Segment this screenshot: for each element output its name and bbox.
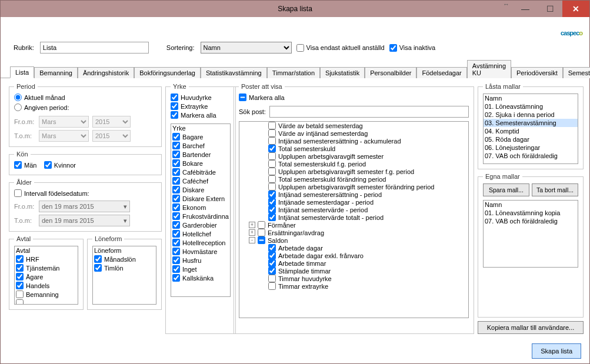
kon-man-checkbox[interactable]: Män [14, 161, 36, 169]
alder-to-date[interactable]: den 19 mars 2015▾ [39, 215, 130, 226]
tree-row[interactable]: Upplupen arbetsgivaravgift semester f.g.… [239, 168, 468, 175]
list-item[interactable]: Diskare [171, 185, 230, 194]
list-item[interactable]: Bokare [171, 159, 230, 168]
tree-row[interactable]: Total semesterskuld förändring period [239, 175, 468, 183]
expander-icon[interactable]: + [249, 229, 255, 236]
visa-aktuell-checkbox[interactable]: Visa endast aktuell anställd [296, 44, 385, 52]
period-to-month[interactable]: Mars [39, 130, 89, 142]
period-from-month[interactable]: Mars [39, 116, 89, 128]
tree-row[interactable]: Timmar extrayrke [239, 282, 468, 290]
tab-periodversikt[interactable]: Periodöversikt [511, 67, 563, 78]
list-item[interactable]: Caféchef [171, 176, 230, 185]
own-templates-listbox[interactable]: Namn 01. Löneavstämning kopia07. VAB och… [483, 200, 578, 268]
tab-statistikavstmning[interactable]: Statistikavstämning [201, 67, 267, 78]
list-item[interactable]: Kallskänka [171, 273, 230, 282]
minimize-button[interactable]: — [513, 1, 538, 17]
yrke-markera-checkbox[interactable]: Markera alla [171, 111, 216, 119]
list-item[interactable]: Husfru [171, 256, 230, 265]
list-item[interactable]: Inget [171, 265, 230, 273]
tree-row[interactable]: Intjänad semesterersättning - period [239, 191, 468, 198]
tree-row[interactable]: Intjänat semestervärde totalt - period [239, 213, 468, 221]
locked-templates-listbox[interactable]: Namn 01. Löneavstämning02. Sjuka i denna… [483, 93, 578, 164]
list-item[interactable]: HRF [15, 255, 78, 263]
tree-row[interactable]: Total semesterskuld f.g. period [239, 160, 468, 168]
alder-from-date[interactable]: den 19 mars 2015▾ [39, 201, 130, 212]
sok-post-input[interactable] [269, 106, 469, 118]
tab-sjukstatistik[interactable]: Sjukstatistik [320, 67, 365, 78]
skapa-lista-button[interactable]: Skapa lista [532, 343, 581, 359]
sortering-select[interactable]: Namn [201, 42, 292, 54]
period-aktuell-radio[interactable]: Aktuell månad [14, 93, 65, 101]
list-item[interactable]: Garderobier [171, 221, 230, 229]
list-item[interactable]: Ägare [15, 272, 78, 281]
alder-intervall-checkbox[interactable]: Intervall födelsedatum: [14, 189, 89, 197]
list-item[interactable]: 01. Löneavstämning [484, 102, 578, 111]
tree-row[interactable]: Upplupen arbetsgivaravgift semester [239, 152, 468, 160]
tree-row[interactable]: -Saldon [239, 236, 468, 244]
poster-tree[interactable]: Värde av betald semesterdagVärde av intj… [239, 121, 469, 318]
maximize-button[interactable]: ☐ [538, 1, 562, 17]
tab-fdelsedagar[interactable]: Födelsedagar [416, 67, 466, 78]
tree-row[interactable]: Intjänad semesterersättning - ackumulera… [239, 137, 468, 145]
tab-avstmningku[interactable]: Avstämning KU [467, 60, 511, 78]
yrke-extra-checkbox[interactable]: Extrayrke [171, 102, 208, 110]
tree-row[interactable]: Intjänat semestervärde - period [239, 206, 468, 213]
tree-row[interactable]: +Ersättningar/avdrag [239, 229, 468, 236]
expander-icon[interactable]: + [249, 222, 255, 228]
list-item[interactable]: 01. Löneavstämning kopia [484, 209, 578, 217]
tree-row[interactable]: Värde av betald semesterdag [239, 122, 468, 129]
tab-ndringshistorik[interactable]: Ändringshistorik [78, 67, 134, 78]
list-item[interactable]: Bartender [171, 150, 230, 159]
list-item[interactable]: Hovmästare [171, 247, 230, 256]
list-item[interactable]: Hotellchef [171, 229, 230, 238]
list-item[interactable]: 07. VAB och föräldraledig [484, 217, 578, 225]
rubrik-input[interactable] [40, 42, 149, 54]
tab-timmarstation[interactable]: Timmar/station [267, 67, 320, 78]
kon-kvinnor-checkbox[interactable]: Kvinnor [44, 161, 76, 169]
close-button[interactable]: ✕ [562, 1, 589, 17]
list-item[interactable]: Månadslön [93, 255, 156, 263]
tabort-mall-button[interactable]: Ta bort mall... [532, 183, 578, 196]
tree-row[interactable]: Värde av intjänad semesterdag [239, 129, 468, 137]
tree-row[interactable]: Arbetade dagar exkl. frånvaro [239, 252, 468, 259]
tree-row[interactable]: +Förmåner [239, 221, 468, 229]
kopiera-mallar-button[interactable]: Kopiera mallar till användare... [478, 321, 584, 334]
list-item[interactable]: 07. VAB och föräldraledig [484, 152, 578, 160]
list-item[interactable]: 06. Lönejusteringar [484, 143, 578, 152]
tab-lista[interactable]: Lista [10, 66, 34, 78]
tree-row[interactable]: Stämplade timmar [239, 267, 468, 275]
avtal-listbox[interactable]: Avtal HRFTjänstemänÄgareHandelsBemanning [14, 246, 78, 305]
period-angiven-radio[interactable]: Angiven period: [14, 103, 69, 111]
tab-bemanning[interactable]: Bemanning [34, 67, 78, 78]
visa-inaktiva-checkbox[interactable]: Visa inaktiva [389, 44, 436, 52]
list-item[interactable]: Timlön [93, 263, 156, 272]
tree-row[interactable]: Timmar huvudyrke [239, 275, 468, 282]
list-item[interactable]: 05. Röda dagar [484, 135, 578, 143]
poster-markera-checkbox[interactable]: Markera alla [239, 93, 285, 101]
loneform-listbox[interactable]: Löneform MånadslönTimlön [92, 246, 156, 305]
tab-semesteravstmning[interactable]: Semesteravstämning [563, 67, 590, 78]
tab-personalbilder[interactable]: Personalbilder [365, 67, 416, 78]
tree-row[interactable]: Intjänade semesterdagar - period [239, 198, 468, 206]
tree-row[interactable]: Arbetade dagar [239, 244, 468, 252]
period-from-year[interactable]: 2015 [92, 116, 131, 128]
list-item[interactable]: 03. Semesteravstämning [484, 119, 578, 127]
tree-row[interactable]: Upplupen arbetsgivaravgift semester förä… [239, 183, 468, 191]
yrke-listbox[interactable]: Yrke BagareBarchefBartenderBokareCafébit… [171, 123, 231, 297]
expander-icon[interactable]: - [249, 237, 255, 243]
list-item[interactable]: Handels [15, 281, 78, 290]
list-item[interactable]: Barchef [171, 141, 230, 150]
yrke-huvud-checkbox[interactable]: Huvudyrke [171, 93, 212, 101]
list-item[interactable]: Bagare [171, 132, 230, 141]
list-item[interactable]: Tjänstemän [15, 263, 78, 272]
list-item[interactable]: Cafébiträde [171, 168, 230, 176]
list-item[interactable] [15, 299, 78, 305]
list-item[interactable]: 04. Komptid [484, 127, 578, 135]
period-to-year[interactable]: 2015 [92, 130, 131, 142]
list-item[interactable]: Diskare Extern [171, 194, 230, 203]
list-item[interactable]: Hotellreception [171, 238, 230, 247]
list-item[interactable]: Ekonom [171, 203, 230, 212]
list-item[interactable]: 02. Sjuka i denna period [484, 111, 578, 119]
spara-mall-button[interactable]: Spara mall... [483, 183, 529, 196]
list-item[interactable]: Bemanning [15, 290, 78, 299]
